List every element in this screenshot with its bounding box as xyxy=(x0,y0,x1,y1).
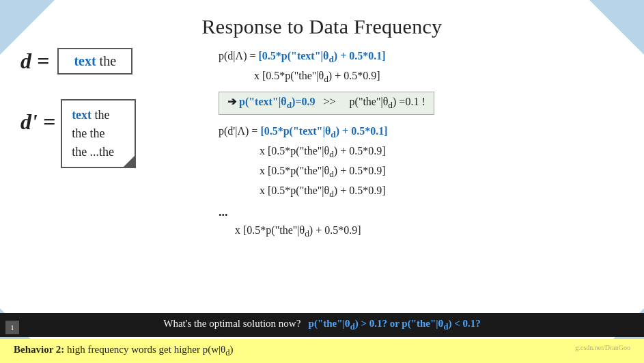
bottom-question-bar: What's the optimal solution now? p("the"… xyxy=(0,313,644,337)
arrow-formula-line: ➔ p("text"|θd)=0.9 >> p("the"|θd) =0.1 ! xyxy=(219,92,434,114)
dprime-plain1: the xyxy=(92,108,110,122)
dprime-formula-line3: x [0.5*p("the"|θd) + 0.5*0.9] xyxy=(219,163,386,181)
dprime-formula-line2: x [0.5*p("the"|θd) + 0.5*0.9] xyxy=(219,143,386,161)
watermark: g.csdn.net/DranGoo xyxy=(575,344,630,351)
behavior-bold: Behavior 2: xyxy=(14,344,64,355)
main-content: d = text the d' = text the the the the .… xyxy=(0,48,644,242)
corner-decoration-tr xyxy=(589,0,644,55)
d-formula-line1: p(d|Λ) = [0.5*p("text"|θd) + 0.5*0.1] xyxy=(219,48,386,66)
d-formula-line2: x [0.5*p("the"|θd) + 0.5*0.9] xyxy=(219,68,380,86)
arrow-text-blue: p("text"|θd)=0.9 xyxy=(239,96,316,107)
slide: Response to Data Frequency d = text the … xyxy=(0,0,644,363)
behavior-text: high frequency words get higher p(w|θd) xyxy=(67,344,233,355)
dprime-line3: the ...the xyxy=(72,143,125,161)
d-formula-line1-blue: [0.5*p("text"|θd) + 0.5*0.1] xyxy=(258,50,385,62)
dprime-formula-line4: x [0.5*p("the"|θd) + 0.5*0.9] xyxy=(219,183,386,201)
dprime-formula-line1: p(d'|Λ) = [0.5*p("text"|θd) + 0.5*0.1] xyxy=(219,123,388,142)
corner-decoration-tl xyxy=(0,0,55,55)
dprime-formula-line5: x [0.5*p("the"|θd) + 0.5*0.9] xyxy=(219,222,361,241)
doc-dprime-row: d' = text the the the the ...the xyxy=(20,99,136,168)
dprime-label: d' = xyxy=(20,99,55,135)
slide-title: Response to Data Frequency xyxy=(202,15,443,38)
page-number: 1 xyxy=(5,321,19,334)
question-text-blue: p("the"|θd) > 0.1? or p("the"|θd) < 0.1? xyxy=(309,318,481,329)
dprime-formula-line1-blue: [0.5*p("text"|θd) + 0.5*0.1] xyxy=(260,125,387,137)
dprime-line1: text the xyxy=(72,106,125,124)
left-column: d = text the d' = text the the the the .… xyxy=(20,48,212,168)
question-text-plain: What's the optimal solution now? xyxy=(163,318,306,329)
doc-d-text-highlight: text xyxy=(74,53,96,68)
behavior-bar: Behavior 2: high frequency words get hig… xyxy=(0,339,644,363)
dots: ... xyxy=(219,205,228,219)
page-num-text: 1 xyxy=(10,323,14,332)
doc-dprime-box: text the the the the ...the xyxy=(61,99,136,168)
dprime-highlight1: text xyxy=(72,108,92,122)
arrow-middle: >> p("the"|θd) =0.1 ! xyxy=(318,96,425,107)
dprime-line2: the the xyxy=(72,124,125,143)
doc-d-text-plain: the xyxy=(96,53,116,68)
arrow-icon: ➔ xyxy=(227,96,236,107)
right-column: p(d|Λ) = [0.5*p("text"|θd) + 0.5*0.1] x … xyxy=(212,48,624,242)
doc-d-box: text the xyxy=(57,48,132,75)
